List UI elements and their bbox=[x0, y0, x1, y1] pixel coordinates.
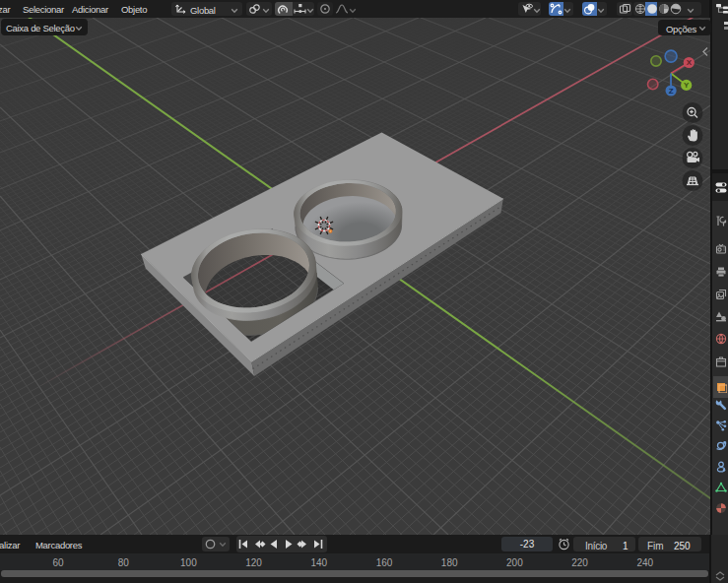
svg-text:140: 140 bbox=[310, 557, 327, 568]
svg-text:200: 200 bbox=[506, 557, 523, 568]
svg-text:220: 220 bbox=[571, 557, 588, 568]
svg-text:60: 60 bbox=[52, 557, 64, 568]
svg-text:Z: Z bbox=[669, 87, 674, 96]
svg-text:100: 100 bbox=[180, 557, 197, 568]
svg-text:180: 180 bbox=[441, 557, 458, 568]
svg-text:240: 240 bbox=[636, 557, 653, 568]
svg-text:X: X bbox=[687, 58, 693, 67]
svg-text:Y: Y bbox=[684, 81, 690, 90]
svg-text:80: 80 bbox=[118, 557, 130, 568]
svg-text:120: 120 bbox=[245, 557, 262, 568]
svg-text:160: 160 bbox=[376, 557, 393, 568]
